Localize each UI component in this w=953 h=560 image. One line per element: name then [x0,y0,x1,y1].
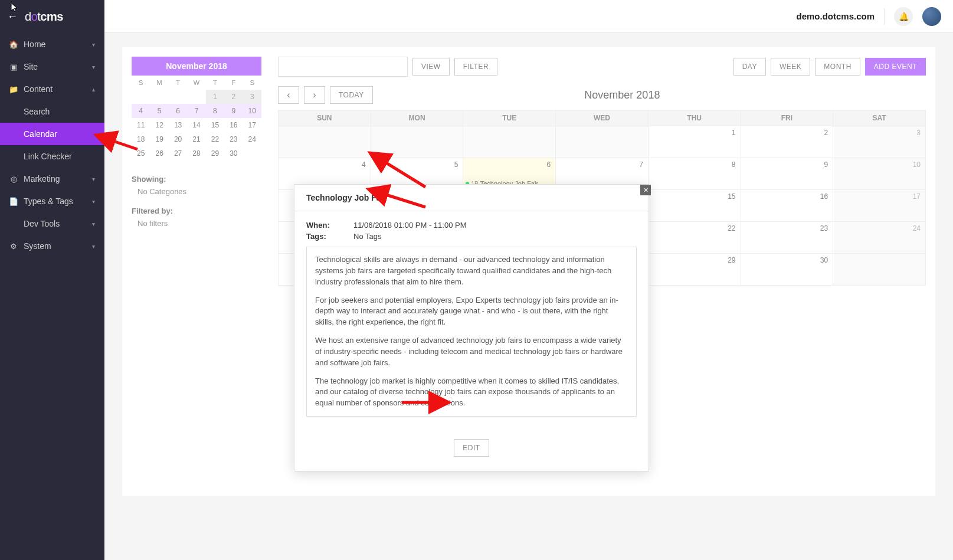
mini-day[interactable]: 22 [206,132,224,146]
big-dow: THU [648,110,741,126]
notification-bell-icon[interactable]: 🔔 [894,7,913,26]
mini-day[interactable]: 29 [206,146,224,161]
calendar-day[interactable]: 1 [648,126,741,158]
add-event-button[interactable]: ADD EVENT [865,58,926,76]
mini-day[interactable]: 21 [187,132,205,146]
mini-day[interactable]: 17 [243,118,261,132]
mini-day[interactable]: 11 [132,118,150,132]
calendar-day[interactable] [833,254,926,286]
mini-day[interactable]: 5 [150,104,168,118]
today-button[interactable]: TODAY [330,86,373,104]
nav-icon: ⚙ [9,242,18,251]
site-domain[interactable]: demo.dotcms.com [796,11,875,21]
popup-title: Technology Job Fair [294,185,649,211]
tags-label: Tags: [306,232,353,241]
divider [884,8,885,25]
mini-day[interactable]: 23 [224,132,243,146]
mini-day[interactable]: 10 [243,104,261,118]
chevron-down-icon: ▾ [92,243,95,250]
calendar-day[interactable]: 2 [741,126,833,158]
mini-day[interactable]: 7 [187,104,205,118]
sidebar-item-search[interactable]: Search [0,100,104,123]
calendar-day[interactable]: 23 [741,222,833,254]
search-input[interactable] [278,57,408,77]
sidebar-item-site[interactable]: ▣Site▾ [0,55,104,78]
calendar-day[interactable] [279,126,371,158]
sidebar-item-marketing[interactable]: ◎Marketing▾ [0,168,104,190]
desc-p2: For job seekers and potential employers,… [315,295,628,329]
view-button[interactable]: VIEW [412,58,450,76]
mini-day[interactable]: 15 [206,118,224,132]
mini-dow: F [224,76,243,90]
calendar-day[interactable]: 10 [833,158,926,190]
sidebar-item-calendar[interactable]: Calendar [0,123,104,145]
calendar-day[interactable]: 9 [741,158,833,190]
calendar-day[interactable]: 29 [648,254,741,286]
mini-day[interactable]: 1 [206,90,224,104]
when-label: When: [306,221,353,230]
mini-day[interactable]: 9 [224,104,243,118]
sidebar-item-dev-tools[interactable]: Dev Tools▾ [0,212,104,235]
avatar[interactable] [922,7,941,26]
calendar-day[interactable] [371,126,463,158]
calendar-day[interactable]: 3 [833,126,926,158]
chevron-down-icon: ▾ [92,221,95,227]
sidebar-item-types-&-tags[interactable]: 📄Types & Tags▾ [0,190,104,212]
day-number: 23 [820,224,828,232]
mini-day[interactable]: 8 [206,104,224,118]
big-dow: TUE [463,110,556,126]
chevron-down-icon: ▾ [92,176,95,182]
prev-month-button[interactable]: ‹ [278,86,299,104]
mini-day[interactable]: 12 [150,118,168,132]
mini-day[interactable]: 24 [243,132,261,146]
event-description: Technological skills are always in deman… [306,247,637,417]
week-button[interactable]: WEEK [771,58,810,76]
mini-day[interactable]: 3 [243,90,261,104]
when-value: 11/06/2018 01:00 PM - 11:00 PM [353,221,467,230]
sidebar-item-content[interactable]: 📁Content▴ [0,78,104,100]
mini-day[interactable]: 18 [132,132,150,146]
close-icon[interactable]: ✕ [640,185,651,195]
calendar-day[interactable]: 15 [648,190,741,222]
nav-icon: 🏠 [9,40,18,49]
nav-label: Types & Tags [24,197,73,206]
mini-day[interactable]: 26 [150,146,168,161]
month-button[interactable]: MONTH [815,58,860,76]
mini-day[interactable]: 14 [187,118,205,132]
day-number: 17 [913,192,921,201]
mini-day[interactable]: 30 [224,146,243,161]
calendar-day[interactable]: 17 [833,190,926,222]
calendar-day[interactable]: 8 [648,158,741,190]
edit-button[interactable]: EDIT [454,439,489,457]
mini-day[interactable]: 13 [169,118,187,132]
day-number: 3 [916,129,921,137]
day-number: 24 [913,224,921,232]
mini-day[interactable]: 19 [150,132,168,146]
mini-day[interactable]: 27 [169,146,187,161]
nav-icon: ▣ [9,63,18,71]
day-button[interactable]: DAY [733,58,766,76]
nav-label: Dev Tools [24,219,60,228]
topbar: demo.dotcms.com 🔔 [104,0,953,33]
day-number: 15 [728,192,735,201]
mini-dow: T [169,76,187,90]
mini-day[interactable]: 2 [224,90,243,104]
sidebar-item-system[interactable]: ⚙System▾ [0,235,104,257]
filter-button[interactable]: FILTER [454,58,497,76]
mini-day[interactable]: 6 [169,104,187,118]
mini-day[interactable]: 4 [132,104,150,118]
big-dow: SAT [833,110,926,126]
calendar-day[interactable] [463,126,556,158]
calendar-day[interactable]: 24 [833,222,926,254]
calendar-day[interactable]: 22 [648,222,741,254]
mini-day[interactable]: 20 [169,132,187,146]
calendar-day[interactable]: 30 [741,254,833,286]
mini-day[interactable]: 28 [187,146,205,161]
mini-day[interactable]: 16 [224,118,243,132]
sidebar-item-link-checker[interactable]: Link Checker [0,145,104,168]
mini-day[interactable]: 25 [132,146,150,161]
sidebar-item-home[interactable]: 🏠Home▾ [0,33,104,55]
calendar-day[interactable]: 16 [741,190,833,222]
calendar-day[interactable] [556,126,649,158]
next-month-button[interactable]: › [304,86,325,104]
